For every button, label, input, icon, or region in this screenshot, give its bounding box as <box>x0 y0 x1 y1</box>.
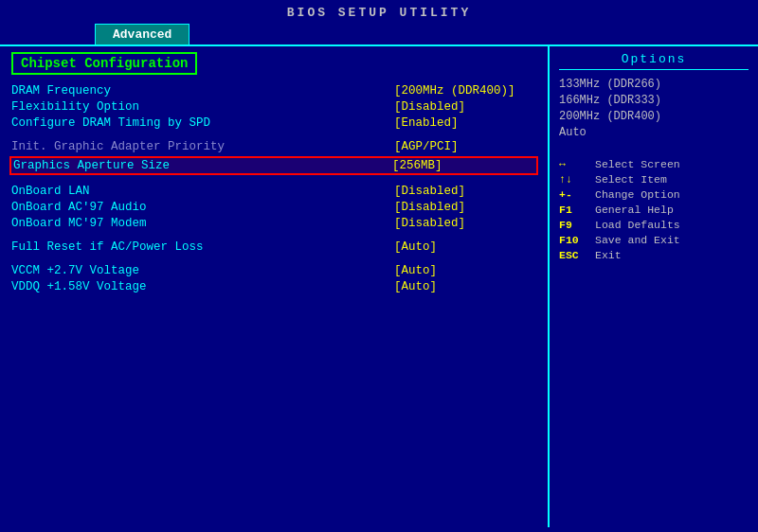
key-label: ↑↓ <box>559 173 595 186</box>
main-layout: Chipset Configuration DRAM Frequency[200… <box>0 44 758 527</box>
right-panel: Options 133MHz (DDR266)166MHz (DDR333)20… <box>550 46 758 527</box>
config-row: Flexibility Option[Disabled] <box>11 100 536 114</box>
key-desc: Exit <box>595 249 622 261</box>
key-row: F10Save and Exit <box>559 234 749 246</box>
key-label: +- <box>559 188 595 201</box>
config-row: OnBoard LAN[Disabled] <box>11 185 536 198</box>
key-row: ↑↓Select Item <box>559 173 749 186</box>
config-label: Flexibility Option <box>11 100 385 114</box>
spacer-6 <box>11 177 536 185</box>
key-row: F9Load Defaults <box>559 219 749 231</box>
config-label: Configure DRAM Timing by SPD <box>11 116 385 130</box>
config-value: [AGP/PCI] <box>385 140 536 153</box>
config-row: Full Reset if AC/Power Loss[Auto] <box>11 240 536 254</box>
config-label: OnBoard AC'97 Audio <box>11 201 385 214</box>
config-label: VCCM +2.7V Voltage <box>11 264 385 277</box>
spacer-12 <box>11 257 536 264</box>
config-value: [Enabled] <box>385 116 536 130</box>
config-value: [256MB] <box>383 159 534 172</box>
config-label: Graphics Aperture Size <box>13 159 383 172</box>
tab-advanced[interactable]: Advanced <box>95 24 190 44</box>
config-label: Full Reset if AC/Power Loss <box>11 240 385 254</box>
option-item: 133MHz (DDR266) <box>559 78 749 91</box>
key-row: F1General Help <box>559 204 749 216</box>
config-row: VDDQ +1.58V Voltage[Auto] <box>11 280 536 293</box>
config-value: [Disabled] <box>385 217 536 230</box>
config-value: [Disabled] <box>385 100 536 114</box>
option-item: 200MHz (DDR400) <box>559 110 749 123</box>
options-title: Options <box>559 52 749 70</box>
key-label: F10 <box>559 234 595 246</box>
config-label: Init. Graphic Adapter Priority <box>11 140 385 153</box>
option-item: 166MHz (DDR333) <box>559 94 749 107</box>
spacer-10 <box>11 233 536 240</box>
key-desc: Select Item <box>595 173 667 186</box>
config-rows: DRAM Frequency[200MHz (DDR400)]Flexibili… <box>11 84 536 293</box>
options-list: 133MHz (DDR266)166MHz (DDR333)200MHz (DD… <box>559 78 749 139</box>
config-value: [200MHz (DDR400)] <box>385 84 536 98</box>
config-value: [Auto] <box>385 264 536 277</box>
key-row: ↔Select Screen <box>559 158 749 170</box>
config-label: DRAM Frequency <box>11 84 385 98</box>
config-row: OnBoard MC'97 Modem[Disabled] <box>11 217 536 230</box>
config-value: [Disabled] <box>385 201 536 214</box>
key-label: F1 <box>559 204 595 216</box>
section-title: Chipset Configuration <box>11 52 197 75</box>
option-item: Auto <box>559 126 749 139</box>
key-label: F9 <box>559 219 595 231</box>
key-desc: Change Option <box>595 188 680 201</box>
tab-row: Advanced <box>0 22 758 44</box>
config-row: Configure DRAM Timing by SPD[Enabled] <box>11 116 536 130</box>
config-label: OnBoard LAN <box>11 185 385 198</box>
config-label: OnBoard MC'97 Modem <box>11 217 385 230</box>
highlighted-row[interactable]: Graphics Aperture Size[256MB] <box>9 156 538 175</box>
key-row: ESCExit <box>559 249 749 261</box>
key-desc: Save and Exit <box>595 234 680 246</box>
config-value: [Auto] <box>385 240 536 254</box>
key-desc: General Help <box>595 204 674 216</box>
key-desc: Select Screen <box>595 158 680 170</box>
keys-section: ↔Select Screen↑↓Select Item+-Change Opti… <box>559 158 749 261</box>
config-row: DRAM Frequency[200MHz (DDR400)] <box>11 84 536 98</box>
config-row: OnBoard AC'97 Audio[Disabled] <box>11 201 536 214</box>
config-value: [Disabled] <box>385 185 536 198</box>
key-label: ESC <box>559 249 595 261</box>
key-desc: Load Defaults <box>595 219 680 231</box>
config-row: VCCM +2.7V Voltage[Auto] <box>11 264 536 277</box>
config-row: Init. Graphic Adapter Priority[AGP/PCI] <box>11 140 536 153</box>
key-row: +-Change Option <box>559 188 749 201</box>
config-value: [Auto] <box>385 280 536 293</box>
key-label: ↔ <box>559 158 595 170</box>
spacer-3 <box>11 133 536 140</box>
left-panel: Chipset Configuration DRAM Frequency[200… <box>0 46 550 527</box>
bios-title: BIOS SETUP UTILITY <box>0 0 758 22</box>
config-label: VDDQ +1.58V Voltage <box>11 280 385 293</box>
